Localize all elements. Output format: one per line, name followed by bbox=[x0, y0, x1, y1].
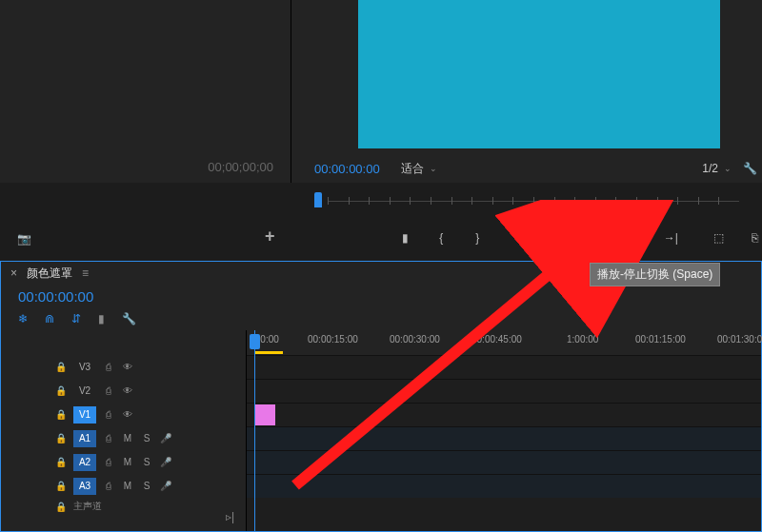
panel-menu-icon[interactable]: ≡ bbox=[82, 266, 89, 280]
track-master[interactable]: 🔒 主声道 bbox=[1, 498, 246, 515]
playhead-line bbox=[254, 330, 255, 531]
chevron-down-icon: ⌄ bbox=[724, 164, 732, 173]
timeline-settings-icon[interactable]: 🔧 bbox=[122, 312, 136, 325]
solo-button[interactable]: S bbox=[140, 457, 153, 467]
track-a1[interactable]: 🔒 A1 ⎙ M S 🎤 bbox=[1, 426, 246, 450]
source-timecode: 00;00;00;00 bbox=[208, 160, 273, 174]
resolution-label: 1/2 bbox=[702, 162, 718, 175]
fit-label: 适合 bbox=[401, 161, 424, 177]
step-back-button[interactable]: ◀| bbox=[554, 229, 568, 246]
lift-button[interactable]: ⬚ bbox=[712, 229, 726, 246]
settings-icon[interactable]: 🔧 bbox=[741, 160, 758, 177]
clip-color-matte[interactable] bbox=[254, 404, 275, 425]
transport-bar: ▮ { } |← ◀| ▶ |▶ →| ⬚ ⎘ bbox=[286, 221, 762, 255]
track-v3[interactable]: 🔒 V3 ⎙ 👁 bbox=[1, 355, 246, 379]
mini-playhead[interactable] bbox=[314, 192, 322, 207]
ruler-tick: 1:00:00 bbox=[567, 334, 598, 345]
voiceover-icon[interactable]: 🎤 bbox=[159, 481, 172, 491]
mark-out-button[interactable]: } bbox=[471, 229, 484, 246]
voiceover-icon[interactable]: 🎤 bbox=[159, 433, 172, 443]
track-label[interactable]: V3 bbox=[73, 359, 96, 376]
lock-icon[interactable]: 🔒 bbox=[54, 385, 68, 396]
mute-button[interactable]: M bbox=[121, 433, 134, 443]
work-area-bar[interactable] bbox=[254, 351, 283, 354]
lane-v3[interactable] bbox=[247, 355, 761, 379]
time-ruler[interactable]: :00:00 00:00:15:00 00:00:30:00 00:00:45:… bbox=[247, 330, 761, 355]
playhead-handle[interactable] bbox=[250, 334, 260, 349]
program-preview bbox=[358, 0, 720, 148]
timeline-timecode[interactable]: 00:00:00:00 bbox=[18, 288, 93, 305]
lock-icon[interactable]: 🔒 bbox=[54, 481, 68, 491]
lock-icon[interactable]: 🔒 bbox=[54, 502, 68, 512]
resolution-dropdown[interactable]: 1/2 ⌄ bbox=[702, 162, 732, 175]
snap-icon[interactable]: ❄ bbox=[18, 312, 28, 325]
track-label[interactable]: A3 bbox=[73, 478, 96, 495]
linked-selection-icon[interactable]: ⇵ bbox=[71, 312, 81, 325]
mute-button[interactable]: M bbox=[121, 457, 134, 467]
mute-button[interactable]: M bbox=[121, 481, 134, 491]
solo-button[interactable]: S bbox=[140, 433, 153, 443]
add-marker-button[interactable]: ▮ bbox=[398, 229, 411, 246]
step-forward-button[interactable]: |▶ bbox=[628, 229, 641, 246]
lock-icon[interactable]: 🔒 bbox=[54, 457, 68, 467]
track-v1[interactable]: 🔒 V1 ⎙ 👁 bbox=[1, 403, 246, 426]
skip-end-icon[interactable]: ▹| bbox=[226, 510, 234, 523]
lane-v2[interactable] bbox=[247, 379, 761, 403]
voiceover-icon[interactable]: 🎤 bbox=[159, 457, 172, 467]
extract-button[interactable]: ⎘ bbox=[749, 229, 762, 246]
sync-lock-icon[interactable]: ⎙ bbox=[102, 481, 115, 491]
lock-icon[interactable]: 🔒 bbox=[54, 362, 68, 372]
program-timecode[interactable]: 00:00:00:00 bbox=[314, 162, 380, 176]
solo-button[interactable]: S bbox=[140, 481, 153, 491]
play-stop-button[interactable]: ▶ bbox=[591, 229, 604, 246]
play-tooltip: 播放-停止切换 (Space) bbox=[590, 263, 720, 286]
add-marker-icon[interactable]: ▮ bbox=[98, 312, 105, 325]
master-label: 主声道 bbox=[73, 500, 102, 513]
sync-lock-icon[interactable]: ⎙ bbox=[102, 362, 115, 372]
close-icon[interactable]: × bbox=[10, 266, 17, 280]
track-label[interactable]: V2 bbox=[73, 383, 96, 400]
mark-in-button[interactable]: { bbox=[434, 229, 448, 246]
magnet-icon[interactable]: ⋒ bbox=[45, 312, 54, 325]
tracks-area[interactable]: :00:00 00:00:15:00 00:00:30:00 00:00:45:… bbox=[247, 330, 761, 531]
eye-icon[interactable]: 👁 bbox=[121, 385, 134, 396]
go-to-out-button[interactable]: →| bbox=[664, 229, 678, 246]
sequence-title[interactable]: 颜色遮罩 bbox=[27, 266, 72, 282]
track-label[interactable]: A1 bbox=[73, 430, 96, 447]
ruler-tick: 00:00:15:00 bbox=[308, 334, 358, 345]
lock-icon[interactable]: 🔒 bbox=[54, 409, 68, 420]
track-label[interactable]: A2 bbox=[73, 454, 96, 471]
sync-lock-icon[interactable]: ⎙ bbox=[102, 409, 115, 420]
lane-a3[interactable] bbox=[247, 474, 761, 498]
track-headers: 🔒 V3 ⎙ 👁 🔒 V2 ⎙ 👁 🔒 V1 ⎙ 👁 🔒 A1 ⎙ bbox=[1, 330, 247, 531]
eye-icon[interactable]: 👁 bbox=[121, 409, 134, 420]
source-monitor: 00;00;00;00 bbox=[0, 0, 291, 183]
eye-icon[interactable]: 👁 bbox=[121, 362, 134, 372]
ruler-tick: 00:01:30:0 bbox=[717, 334, 762, 345]
go-to-in-button[interactable]: |← bbox=[518, 229, 531, 246]
sync-lock-icon[interactable]: ⎙ bbox=[102, 385, 115, 396]
ruler-tick: 00:00:45:00 bbox=[471, 334, 522, 345]
lock-icon[interactable]: 🔒 bbox=[54, 433, 68, 443]
track-v2[interactable]: 🔒 V2 ⎙ 👁 bbox=[1, 379, 246, 403]
program-scrubber[interactable] bbox=[328, 201, 739, 202]
ruler-tick: 00:00:30:00 bbox=[390, 334, 440, 345]
lane-a2[interactable] bbox=[247, 450, 761, 474]
zoom-fit-dropdown[interactable]: 适合 ⌄ bbox=[401, 161, 437, 177]
lane-v1[interactable] bbox=[247, 403, 761, 426]
chevron-down-icon: ⌄ bbox=[430, 164, 437, 173]
sync-lock-icon[interactable]: ⎙ bbox=[102, 457, 115, 467]
ruler-tick: 00:01:15:00 bbox=[635, 334, 686, 345]
lane-a1[interactable] bbox=[247, 426, 761, 450]
track-a2[interactable]: 🔒 A2 ⎙ M S 🎤 bbox=[1, 450, 246, 474]
program-monitor: 00:00:00:00 适合 ⌄ 1/2 ⌄ 🔧 bbox=[291, 0, 762, 183]
track-label[interactable]: V1 bbox=[73, 406, 96, 424]
sync-lock-icon[interactable]: ⎙ bbox=[102, 433, 115, 443]
timeline-panel: × 颜色遮罩 ≡ 00:00:00:00 ❄ ⋒ ⇵ ▮ 🔧 🔒 V3 ⎙ 👁 … bbox=[0, 261, 762, 532]
track-a3[interactable]: 🔒 A3 ⎙ M S 🎤 bbox=[1, 474, 246, 498]
